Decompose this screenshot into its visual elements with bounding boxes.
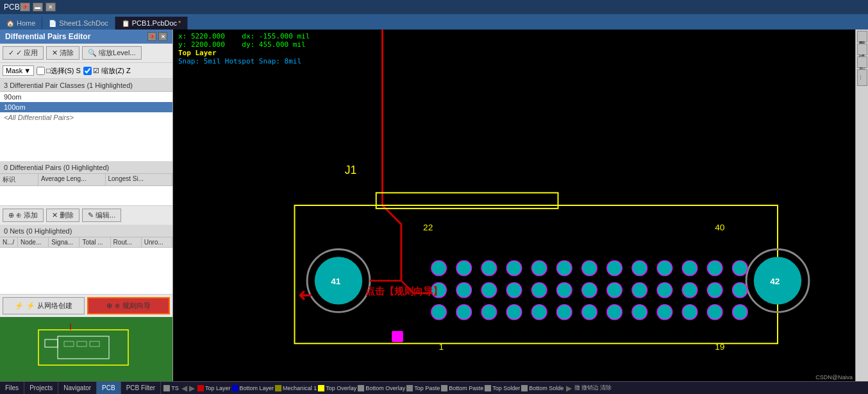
bottom-solder-color: [521, 385, 528, 391]
svg-point-56: [632, 305, 647, 320]
mask-dropdown[interactable]: Mask ▼: [3, 65, 34, 76]
bottom-color: [232, 385, 238, 391]
svg-point-38: [506, 282, 521, 297]
add-pair-button[interactable]: ⊕ ⊕ 添加: [3, 209, 44, 222]
create-from-net-button[interactable]: ⚡ ⚡ 从网络创建: [3, 297, 85, 314]
schematic-icon: 📄: [49, 20, 56, 27]
col-longest: Longest Si...: [106, 174, 173, 185]
layer-bottom-solder[interactable]: Bottom Solde: [521, 385, 563, 391]
svg-point-34: [733, 261, 747, 275]
bottom-overlay-color: [358, 385, 364, 391]
svg-point-54: [582, 305, 597, 320]
bottom-tab-pcb-filter[interactable]: PCB Filter: [121, 382, 162, 394]
mini-map: [0, 317, 172, 381]
class-item-100om[interactable]: 100om: [0, 102, 172, 112]
right-btn-filter[interactable]: 过滤: [857, 44, 867, 55]
layer-top-paste[interactable]: Top Paste: [406, 385, 440, 391]
svg-point-31: [657, 261, 672, 275]
edit-pair-button[interactable]: ✎ 编辑...: [82, 209, 121, 222]
svg-point-53: [557, 305, 572, 320]
delete-pair-button[interactable]: ✕ 删除: [46, 209, 79, 222]
title-bar: PCB 📌 ▬ ✕: [0, 0, 868, 14]
top-overlay-color: [318, 385, 324, 391]
svg-point-28: [582, 261, 597, 275]
diff-pairs-table: 标识 Average Leng... Longest Si...: [0, 174, 172, 205]
svg-point-25: [506, 261, 521, 275]
svg-point-40: [557, 282, 572, 297]
zoom-checkbox-label[interactable]: ☑ 缩放(Z) Z: [83, 66, 131, 76]
pin-button[interactable]: 📌: [20, 3, 30, 12]
layer-more[interactable]: 撤: [574, 384, 580, 392]
svg-point-23: [456, 261, 471, 275]
svg-rect-61: [392, 331, 403, 343]
bottom-tab-pcb[interactable]: PCB: [97, 382, 121, 394]
mech-color: [275, 385, 281, 391]
svg-point-45: [682, 282, 697, 297]
nets-list: [0, 248, 172, 294]
svg-point-59: [707, 305, 722, 320]
tab-schematic[interactable]: 📄 Sheet1.SchDoc: [42, 17, 115, 30]
svg-point-22: [431, 261, 446, 275]
svg-point-52: [531, 305, 546, 320]
svg-point-47: [733, 282, 747, 297]
edit-icon: ✎: [88, 211, 94, 219]
layer-ts[interactable]: TS: [163, 385, 179, 391]
layer-top[interactable]: Top Layer: [197, 385, 231, 391]
right-btn-more[interactable]: ...: [857, 69, 867, 86]
pcb-canvas[interactable]: x: 5220.000 dx: -155.000 mil y: 2200.000…: [173, 30, 855, 381]
select-checkbox[interactable]: [37, 67, 45, 75]
svg-point-26: [531, 261, 546, 275]
svg-text:J1: J1: [345, 164, 357, 176]
layer-top-solder[interactable]: Top Solder: [485, 385, 520, 391]
layer-action[interactable]: 撤销边: [581, 384, 599, 392]
layer-clear-action[interactable]: 清除: [600, 384, 612, 392]
panel-pin-btn[interactable]: 📌: [147, 32, 156, 41]
layer-bottom-overlay[interactable]: Bottom Overlay: [358, 385, 405, 391]
panel-row2: Mask ▼ □选择(S) S ☑ 缩放(Z) Z: [0, 63, 172, 79]
bottom-tab-files[interactable]: Files: [0, 382, 24, 394]
nets-table-header: N.../ Node... Signa... Total ... Rout...…: [0, 237, 172, 248]
right-panel: 制图 过滤 删 ...: [855, 30, 868, 381]
layer-bottom[interactable]: Bottom Layer: [232, 385, 274, 391]
cursor-y-info: y: 2200.000 dy: 455.000 mil: [178, 40, 310, 49]
mask-dropdown-arrow: ▼: [24, 67, 31, 74]
net-col-n: N.../: [0, 237, 18, 247]
svg-point-29: [607, 261, 622, 275]
svg-rect-0: [0, 317, 172, 381]
rule-wizard-button[interactable]: ⊕ ⊕ 规则向导: [87, 297, 171, 314]
right-btn-delete[interactable]: 删: [857, 56, 867, 68]
panel-close-btn[interactable]: ✕: [158, 32, 167, 41]
class-item-90om[interactable]: 90om: [0, 92, 172, 102]
layer-top-overlay[interactable]: Top Overlay: [318, 385, 356, 391]
layer-bottom-paste[interactable]: Bottom Paste: [441, 385, 483, 391]
svg-text:19: 19: [715, 342, 724, 352]
net-col-signal: Signa...: [49, 237, 79, 247]
pcb-svg: J1 22 40 41 42: [173, 30, 855, 381]
clear-button[interactable]: ✕ 清除: [46, 46, 79, 60]
svg-text:41: 41: [331, 277, 341, 286]
classes-section-header: 3 Differential Pair Classes (1 Highlight…: [0, 79, 172, 92]
svg-text:1: 1: [439, 342, 444, 352]
svg-point-27: [557, 261, 572, 275]
layer-mech1[interactable]: Mechanical 1: [275, 385, 317, 391]
net-col-unrouted: Unro...: [142, 237, 172, 247]
net-col-total: Total ...: [79, 237, 110, 247]
tab-pcb[interactable]: 📋 PCB1.PcbDoc *: [115, 17, 188, 30]
zoom-level-button[interactable]: 🔍 缩放Level...: [82, 46, 141, 60]
tab-home[interactable]: 🏠 Home: [0, 17, 42, 30]
close-button[interactable]: ✕: [46, 3, 56, 12]
net-col-route: Rout...: [111, 237, 142, 247]
zoom-checkbox[interactable]: [83, 67, 92, 75]
svg-point-44: [657, 282, 672, 297]
action-buttons: ⊕ ⊕ 添加 ✕ 删除 ✎ 编辑...: [0, 205, 172, 225]
svg-text:22: 22: [423, 223, 433, 232]
apply-button[interactable]: ✓ ✓ 应用: [3, 46, 44, 60]
select-checkbox-label[interactable]: □选择(S) S: [37, 66, 81, 76]
nets-header: 0 Nets (0 Highlighted): [0, 225, 172, 237]
minimize-button[interactable]: ▬: [33, 3, 43, 12]
bottom-tab-projects[interactable]: Projects: [24, 382, 58, 394]
right-btn-draw[interactable]: 制图: [857, 31, 867, 42]
class-item-all[interactable]: <All Differential Pairs>: [0, 112, 172, 123]
bottom-tab-navigator[interactable]: Navigator: [58, 382, 97, 394]
apply-icon: ✓: [8, 49, 14, 57]
